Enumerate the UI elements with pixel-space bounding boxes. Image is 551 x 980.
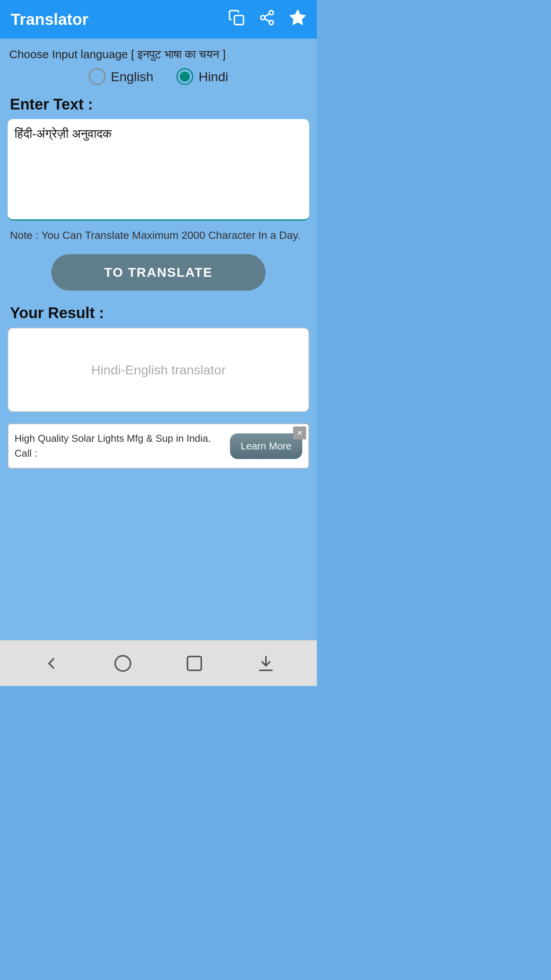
- svg-point-2: [261, 16, 265, 20]
- ad-close-button[interactable]: ✕: [293, 426, 306, 439]
- text-input[interactable]: [8, 119, 309, 220]
- svg-point-1: [269, 11, 274, 15]
- radio-hindi[interactable]: Hindi: [176, 68, 228, 85]
- nav-back-icon[interactable]: [42, 654, 60, 673]
- ad-banner: ✕ High Quality Solar Lights Mfg & Sup in…: [8, 423, 309, 469]
- radio-english[interactable]: English: [89, 68, 154, 85]
- translate-button[interactable]: TO TRANSLATE: [51, 254, 266, 291]
- radio-group: English Hindi: [8, 68, 309, 85]
- ad-text: High Quality Solar Lights Mfg & Sup in I…: [15, 431, 230, 461]
- radio-label-hindi: Hindi: [199, 69, 228, 84]
- app-bar-icons: [228, 9, 306, 29]
- radio-circle-hindi: [176, 68, 193, 85]
- svg-rect-8: [187, 657, 201, 670]
- nav-recents-icon[interactable]: [185, 654, 204, 673]
- svg-line-5: [265, 14, 270, 16]
- result-title: Your Result :: [8, 304, 309, 322]
- copy-icon[interactable]: [228, 9, 245, 29]
- nav-download-icon[interactable]: [257, 654, 275, 673]
- svg-point-3: [269, 20, 274, 24]
- result-box: Hindi-English translator: [8, 328, 309, 412]
- svg-line-4: [265, 19, 270, 21]
- svg-rect-0: [235, 16, 244, 25]
- svg-point-7: [115, 656, 130, 671]
- nav-bar: [0, 640, 317, 686]
- svg-marker-6: [291, 11, 305, 24]
- app-title: Translator: [11, 10, 88, 29]
- nav-home-icon[interactable]: [114, 654, 132, 673]
- main-content: Choose Input language [ इनपुट भाषा का चय…: [0, 39, 317, 640]
- language-chooser-label: Choose Input language [ इनपुट भाषा का चय…: [8, 48, 309, 61]
- radio-label-english: English: [111, 69, 154, 84]
- app-bar: Translator: [0, 0, 317, 39]
- share-icon[interactable]: [259, 9, 276, 29]
- learn-more-button[interactable]: Learn More: [230, 433, 302, 459]
- star-icon[interactable]: [289, 9, 306, 29]
- result-value: Hindi-English translator: [91, 363, 226, 377]
- enter-text-title: Enter Text :: [8, 96, 309, 113]
- radio-circle-english: [89, 68, 106, 85]
- note-text: Note : You Can Translate Maximum 2000 Ch…: [8, 227, 309, 243]
